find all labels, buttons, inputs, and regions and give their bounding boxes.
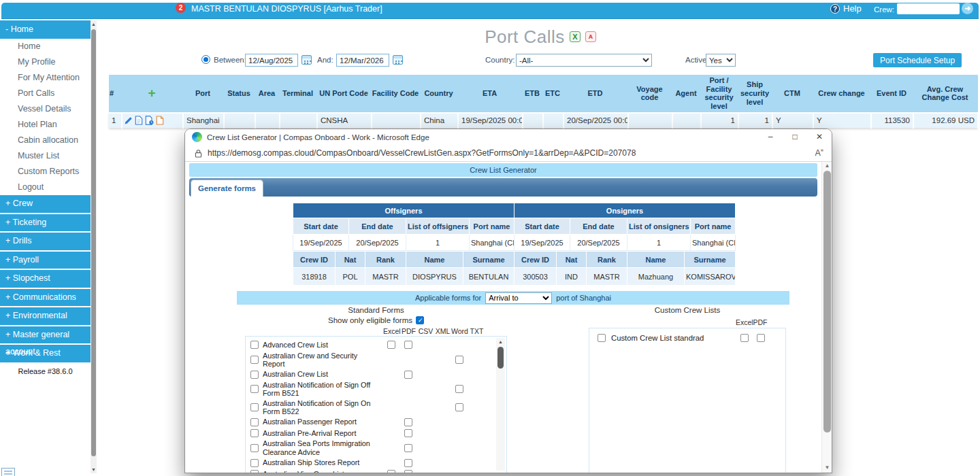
document-peek-icon xyxy=(1,468,15,476)
signers-cell: MASTR xyxy=(587,268,627,286)
forms-list-scrollbar-thumb[interactable] xyxy=(497,347,504,369)
popup-scrollbar-thumb[interactable] xyxy=(823,171,831,432)
calendar-icon[interactable] xyxy=(393,55,403,65)
cell-facility-code xyxy=(371,113,420,129)
format-checkbox-pdf[interactable] xyxy=(404,470,412,473)
format-checkbox-pdf[interactable] xyxy=(404,341,412,349)
country-select[interactable]: -All- xyxy=(516,54,652,67)
custom-list-checkbox[interactable] xyxy=(598,334,606,342)
scroll-down-icon[interactable]: ▼ xyxy=(822,464,832,472)
custom-format-col-pdf: PDF xyxy=(752,318,768,326)
format-cell xyxy=(753,334,769,342)
signers-cell: 20/Sep/2025 xyxy=(349,235,406,251)
form-row: Australian Crew List xyxy=(250,369,485,380)
format-checkbox-excel[interactable] xyxy=(387,341,395,349)
document-alert-icon[interactable] xyxy=(156,116,164,125)
show-eligible-checkbox[interactable] xyxy=(416,316,424,324)
popup-content: Crew List Generator Generate forms Offsi… xyxy=(185,162,832,473)
cell-agent xyxy=(672,113,700,129)
signers-group-header: Onsigners xyxy=(514,203,736,218)
popup-scrollbar[interactable]: ▲ ▼ xyxy=(821,162,832,473)
and-label: And: xyxy=(317,56,333,64)
calendar-icon[interactable] xyxy=(301,55,312,65)
read-aloud-icon[interactable]: Aˮ xyxy=(815,148,824,158)
add-port-call-button[interactable]: + xyxy=(121,86,182,101)
cell-port: Shanghai xyxy=(182,113,223,129)
form-row: Australian Crew and Security Report xyxy=(250,351,485,369)
edit-icon[interactable] xyxy=(124,116,133,125)
cell-filler xyxy=(977,113,980,129)
form-checkbox[interactable] xyxy=(250,385,259,393)
tab-generate-forms[interactable]: Generate forms xyxy=(191,180,263,197)
format-checkbox-pdf[interactable] xyxy=(404,429,412,437)
format-checkbox-pdf[interactable] xyxy=(404,459,412,467)
custom-format-checkbox-pdf[interactable] xyxy=(757,334,765,342)
arrival-departure-select[interactable]: Arrival to xyxy=(485,292,552,304)
between-date-input[interactable] xyxy=(245,54,298,67)
scroll-up-icon[interactable]: ▲ xyxy=(496,338,505,345)
form-checkbox[interactable] xyxy=(250,429,259,437)
minimize-button[interactable]: – xyxy=(758,129,783,145)
col-header-un-port-code: UN Port Code xyxy=(316,88,371,99)
format-cell xyxy=(399,418,416,426)
signers-cell: Start date xyxy=(514,218,570,235)
format-col-excel: Excel xyxy=(383,327,400,335)
format-checkbox-word[interactable] xyxy=(455,403,463,411)
form-checkbox[interactable] xyxy=(250,459,259,467)
cell-col: 1 xyxy=(109,113,121,129)
col-header-port-facility-security-level: Port / Facility security level xyxy=(700,75,738,112)
maximize-button[interactable]: □ xyxy=(783,129,807,145)
signers-cell: Nat xyxy=(557,252,587,268)
address-bar[interactable]: https://demosg.compas.cloud/CompasOnboar… xyxy=(185,145,832,162)
signers-cell: 300503 xyxy=(514,268,557,286)
active-select[interactable]: Yes xyxy=(706,54,736,67)
plus-icon[interactable]: + xyxy=(148,86,155,100)
document-icon[interactable] xyxy=(135,116,143,125)
document-report-icon[interactable] xyxy=(145,116,154,125)
col-header-facility-code: Facility Code xyxy=(371,88,420,99)
cell-avg-crew-change-cost: 192.69 USD xyxy=(913,113,977,129)
port-schedule-setup-button[interactable]: Port Schedule Setup xyxy=(873,53,962,67)
form-checkbox[interactable] xyxy=(250,341,259,349)
lock-icon xyxy=(195,149,202,158)
form-checkbox[interactable] xyxy=(250,371,259,379)
format-checkbox-pdf[interactable] xyxy=(404,418,412,426)
custom-format-checkbox-excel[interactable] xyxy=(740,334,749,342)
format-checkbox-pdf[interactable] xyxy=(404,371,412,379)
format-checkbox-word[interactable] xyxy=(455,385,463,393)
signers-cell: Name xyxy=(627,252,685,268)
cell-event-id: 113530 xyxy=(870,113,913,129)
form-checkbox[interactable] xyxy=(250,418,259,426)
form-checkbox[interactable] xyxy=(250,470,259,473)
format-checkbox-word[interactable] xyxy=(455,356,463,364)
cell-port-facility-security-level: 1 xyxy=(700,113,738,129)
show-eligible-label: Show only eligible forms xyxy=(328,316,412,324)
signers-cell: MASTR xyxy=(365,268,406,286)
format-cell xyxy=(399,371,416,379)
form-checkbox[interactable] xyxy=(250,356,259,364)
signers-group-header: Offsigners xyxy=(293,203,514,218)
between-radio[interactable] xyxy=(201,55,210,64)
form-row: Australian Visa Crew List xyxy=(250,469,485,473)
format-checkbox-excel[interactable] xyxy=(387,470,395,473)
window-title-bar[interactable]: Crew List Generator | Compas Onboard - W… xyxy=(185,129,832,145)
form-checkbox[interactable] xyxy=(250,444,259,452)
signers-cell: Port name xyxy=(691,218,736,235)
custom-list-row: Custom Crew List standrad xyxy=(598,334,769,343)
format-cell xyxy=(451,356,468,364)
form-row: Australian Passenger Report xyxy=(250,416,485,428)
tab-bar: Generate forms xyxy=(189,178,817,197)
format-col-xml: XML xyxy=(434,327,451,335)
and-date-input[interactable] xyxy=(336,54,389,67)
close-button[interactable]: ✕ xyxy=(807,129,832,145)
scroll-up-icon[interactable]: ▲ xyxy=(822,162,832,170)
url-text[interactable]: https://demosg.compas.cloud/CompasOnboar… xyxy=(208,148,810,158)
format-checkbox-pdf[interactable] xyxy=(404,444,412,452)
form-checkbox[interactable] xyxy=(250,403,259,411)
standard-forms-box: Advanced Crew ListAustralian Crew and Se… xyxy=(245,336,507,473)
crew-list-generator-window: Crew List Generator | Compas Onboard - W… xyxy=(185,129,832,473)
cell-etc xyxy=(542,113,563,129)
forms-list-scrollbar[interactable]: ▲ xyxy=(496,338,505,471)
custom-format-headers: ExcelPDF xyxy=(736,318,768,326)
signers-cell: Port name xyxy=(470,218,514,235)
